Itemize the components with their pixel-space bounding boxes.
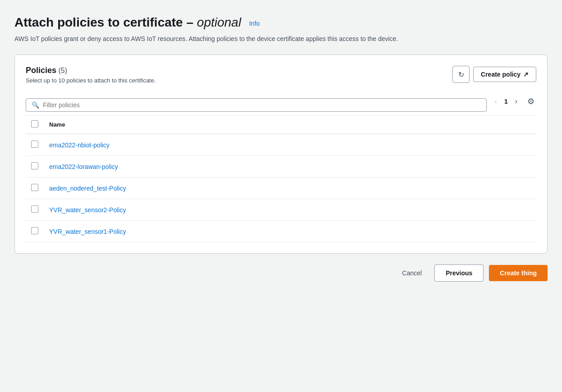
name-column-header: Name xyxy=(44,116,536,134)
table-row: ema2022-nbiot-policy xyxy=(26,134,536,156)
table-row: YVR_water_sensor2-Policy xyxy=(26,199,536,221)
search-icon: 🔍 xyxy=(32,101,39,109)
policy-link-0[interactable]: ema2022-nbiot-policy xyxy=(49,141,110,149)
row-checkbox-4[interactable] xyxy=(31,227,38,234)
card-title-area: Policies (5) Select up to 10 policies to… xyxy=(26,66,156,84)
policies-card: Policies (5) Select up to 10 policies to… xyxy=(14,55,548,254)
policy-link-3[interactable]: YVR_water_sensor2-Policy xyxy=(49,206,126,214)
pagination-next-button[interactable]: › xyxy=(512,96,520,107)
refresh-icon: ↻ xyxy=(458,70,464,79)
settings-icon: ⚙ xyxy=(527,97,534,106)
row-checkbox-0[interactable] xyxy=(31,141,38,148)
policy-link-2[interactable]: aeden_nodered_test-Policy xyxy=(49,185,126,192)
create-policy-label: Create policy xyxy=(481,71,521,78)
policies-table: Name ema2022-nbiot-policyema2022-lorawan… xyxy=(26,115,536,242)
card-subtitle: Select up to 10 policies to attach to th… xyxy=(26,77,156,84)
row-checkbox-3[interactable] xyxy=(31,205,38,213)
pagination-page: 1 xyxy=(502,98,511,105)
table-row: YVR_water_sensor1-Policy xyxy=(26,221,536,242)
create-policy-button[interactable]: Create policy ↗ xyxy=(473,67,536,82)
row-checkbox-2[interactable] xyxy=(31,184,38,191)
table-row: aeden_nodered_test-Policy xyxy=(26,178,536,199)
policy-link-4[interactable]: YVR_water_sensor1-Policy xyxy=(49,228,126,235)
page-title: Attach policies to certificate – optiona… xyxy=(14,14,548,31)
select-all-checkbox[interactable] xyxy=(31,120,38,128)
card-count: (5) xyxy=(59,67,68,74)
refresh-button[interactable]: ↻ xyxy=(452,66,470,83)
row-checkbox-1[interactable] xyxy=(31,162,38,169)
table-settings-button[interactable]: ⚙ xyxy=(525,95,536,108)
card-actions: ↻ Create policy ↗ xyxy=(452,66,536,83)
card-title: Policies xyxy=(26,66,56,75)
previous-button[interactable]: Previous xyxy=(434,264,484,282)
cancel-button[interactable]: Cancel xyxy=(395,265,429,281)
create-thing-button[interactable]: Create thing xyxy=(489,265,548,281)
search-input[interactable] xyxy=(43,101,481,109)
policy-link-1[interactable]: ema2022-lorawan-policy xyxy=(49,163,118,170)
page-description: AWS IoT policies grant or deny access to… xyxy=(14,34,420,44)
external-link-icon: ↗ xyxy=(523,71,529,78)
search-row: 🔍 ‹ 1 › ⚙ xyxy=(26,91,536,112)
info-link[interactable]: Info xyxy=(249,20,259,27)
table-row: ema2022-lorawan-policy xyxy=(26,156,536,178)
pagination: ‹ 1 › xyxy=(492,96,520,107)
pagination-prev-button[interactable]: ‹ xyxy=(492,96,500,107)
footer: Cancel Previous Create thing xyxy=(14,254,548,296)
search-bar: 🔍 xyxy=(26,98,487,112)
